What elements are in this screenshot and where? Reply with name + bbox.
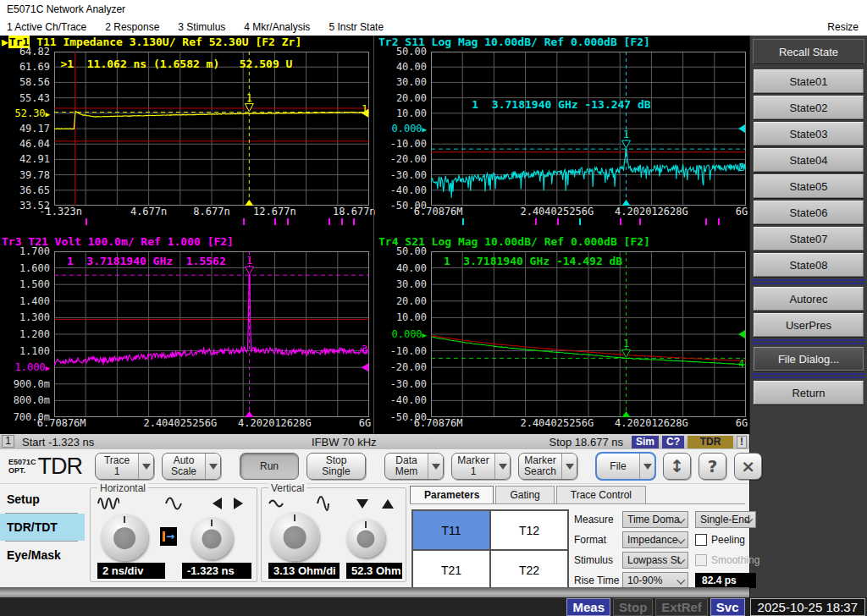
- y-axis-label: 52.30▶: [14, 107, 50, 119]
- svg-text:1: 1: [246, 255, 252, 267]
- tab-setup[interactable]: Setup: [0, 486, 85, 513]
- horizontal-position-knob[interactable]: [191, 517, 233, 559]
- y-axis-label: 20.00: [396, 92, 427, 104]
- file-button[interactable]: File: [596, 453, 655, 480]
- marker-to-position-icon[interactable]: →: [160, 527, 177, 546]
- dropdown-arrow-icon[interactable]: [205, 454, 220, 479]
- horizontal-scale-knob[interactable]: [101, 514, 148, 561]
- dropdown-arrow-icon[interactable]: [639, 454, 654, 479]
- y-axis-label: 1.500: [19, 278, 50, 290]
- stop-single-button[interactable]: Stop Single: [306, 453, 366, 480]
- measure-dropdown[interactable]: Time Doma: [622, 511, 688, 528]
- updown-button[interactable]: ↕: [663, 453, 691, 480]
- tab-tdr-tdt[interactable]: TDR/TDT: [0, 514, 85, 541]
- trace-button[interactable]: Trace 1: [95, 453, 154, 480]
- stimulus-dropdown[interactable]: Lowpass St: [622, 552, 688, 569]
- peeling-checkbox[interactable]: [695, 534, 707, 546]
- menu-item-1[interactable]: 1 Active Ch/Trace: [7, 21, 86, 33]
- dropdown-arrow-icon[interactable]: [561, 454, 577, 479]
- x-axis-label: 6.70876M: [37, 417, 86, 429]
- dropdown-arrow-icon[interactable]: [428, 454, 443, 479]
- parameter-matrix: T11T12T21T22: [411, 509, 569, 591]
- y-axis-label: 42.91: [19, 153, 50, 165]
- softkey-state04[interactable]: State04: [754, 148, 864, 172]
- x-axis-label: 6G: [736, 206, 748, 217]
- marker-search-button[interactable]: Marker Search: [518, 453, 577, 480]
- trace-title: ▶Tr1 T11 Impedance 3.130U/ Ref 52.30U [F…: [0, 36, 373, 49]
- softkey-state02[interactable]: State02: [754, 96, 864, 119]
- dropdown-arrow-icon[interactable]: [138, 454, 153, 479]
- softkey-state03[interactable]: State03: [754, 122, 864, 146]
- horizontal-scale-fine-icon: [165, 496, 182, 511]
- position-left-icon[interactable]: [213, 498, 222, 509]
- param-t12[interactable]: T12: [490, 510, 568, 550]
- tab-gating[interactable]: Gating: [495, 486, 554, 503]
- marker-button[interactable]: Marker 1: [451, 453, 511, 480]
- y-axis-label: 1.000▶: [14, 361, 50, 373]
- softkey-state06[interactable]: State06: [754, 201, 864, 224]
- param-t22[interactable]: T22: [490, 550, 568, 590]
- x-axis-label: 6G: [359, 417, 371, 429]
- softkey-state08[interactable]: State08: [754, 253, 864, 277]
- vertical-scale-knob[interactable]: [270, 512, 319, 561]
- format-dropdown[interactable]: Impedance: [622, 531, 688, 548]
- position-down-icon[interactable]: [356, 499, 368, 509]
- tab-eye-mask[interactable]: Eye/Mask: [0, 542, 85, 569]
- tab-trace-control[interactable]: Trace Control: [556, 486, 646, 503]
- tdr-app-logo: E5071C OPT. TDR: [8, 455, 95, 478]
- datetime-display: 2025-10-25 18:37: [750, 598, 865, 616]
- menu-item-4[interactable]: 4 Mkr/Analysis: [244, 21, 310, 33]
- stimulus-tick: [579, 218, 581, 225]
- y-axis-label: 900.0m: [14, 378, 50, 390]
- trace-title: Tr3 T21 Volt 100.0m/ Ref 1.000 [F2]: [0, 235, 373, 249]
- indicator-stop: Stop: [613, 598, 653, 616]
- softkey-state07[interactable]: State07: [754, 227, 864, 250]
- tab-parameters[interactable]: Parameters: [410, 486, 494, 503]
- channel-number: 1: [2, 435, 14, 448]
- softkey-return[interactable]: Return: [754, 381, 864, 404]
- dropdown-arrow-icon[interactable]: [494, 454, 510, 479]
- topology-dropdown[interactable]: Single-End: [695, 511, 756, 528]
- x-axis-label: 2.404025256G: [520, 206, 594, 217]
- peeling-label: Peeling: [711, 534, 745, 546]
- close-button[interactable]: ×: [734, 453, 762, 480]
- y-axis-label: -40.00: [390, 184, 427, 196]
- position-up-icon[interactable]: [382, 499, 394, 509]
- measure-label: Measure: [574, 514, 622, 525]
- y-axis-label: 30.00: [396, 76, 427, 88]
- softkey-userpres[interactable]: UserPres: [754, 313, 864, 337]
- x-axis-label: -1.323n: [39, 206, 82, 217]
- menu-item-2[interactable]: 2 Response: [105, 21, 159, 33]
- svg-text:1: 1: [623, 129, 629, 140]
- plot-area: ▶Tr1 T11 Impedance 3.130U/ Ref 52.30U [F…: [0, 36, 749, 434]
- run-button[interactable]: Run: [240, 453, 299, 480]
- menu-resize[interactable]: Resize: [827, 21, 859, 33]
- help-button[interactable]: ?: [699, 453, 726, 480]
- e5071c-screen: E5071C Network Analyzer 1 Active Ch/Trac…: [0, 0, 867, 616]
- softkey-autorec[interactable]: Autorec: [754, 287, 864, 311]
- x-axis-label: 4.202012628G: [615, 206, 688, 217]
- y-axis-label: 55.43: [19, 92, 50, 104]
- risetime-dropdown[interactable]: 10-90%: [622, 572, 688, 589]
- softkey-state05[interactable]: State05: [754, 174, 864, 198]
- y-axis-label: 1.300: [19, 311, 50, 323]
- param-t11[interactable]: T11: [412, 510, 490, 550]
- vertical-position-knob[interactable]: [346, 519, 385, 558]
- softkey-sidebar: Recall State State01State02State03State0…: [749, 36, 867, 597]
- autoscale-button[interactable]: Auto Scale: [162, 453, 221, 480]
- chart-tr1: ▶Tr1 T11 Impedance 3.130U/ Ref 52.30U [F…: [0, 36, 373, 234]
- y-axis-label: -30.00: [390, 378, 427, 390]
- stimulus-tick: [287, 218, 289, 225]
- position-right-icon[interactable]: [234, 498, 243, 509]
- menu-item-5[interactable]: 5 Instr State: [329, 21, 384, 33]
- indicator-extref: ExtRef: [655, 598, 708, 616]
- window-title: E5071C Network Analyzer: [7, 3, 125, 15]
- x-axis: 6.70876M2.404025256G4.202012628G6G: [54, 417, 369, 429]
- param-t21[interactable]: T21: [412, 550, 490, 590]
- data-mem-button[interactable]: Data Mem: [384, 453, 444, 480]
- softkey-state01[interactable]: State01: [754, 69, 864, 93]
- menu-item-3[interactable]: 3 Stimulus: [178, 21, 225, 33]
- softkey-file-dialog[interactable]: File Dialog...: [754, 347, 864, 371]
- parameters-section: ParametersGatingTrace Control T11T12T21T…: [410, 486, 745, 584]
- y-axis-label: 800.0m: [14, 394, 50, 406]
